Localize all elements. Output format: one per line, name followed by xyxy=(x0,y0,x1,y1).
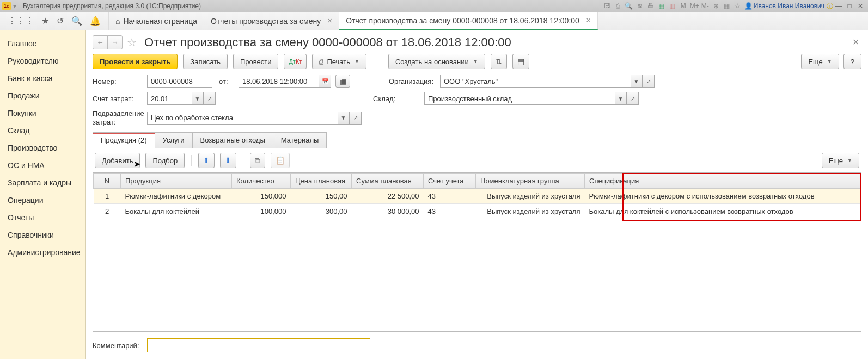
bell-icon[interactable]: 🔔 xyxy=(90,16,101,26)
close-button[interactable]: ✕ xyxy=(855,2,866,10)
sidebar-item-warehouse[interactable]: Склад xyxy=(0,122,85,139)
wh-field[interactable]: Производственный склад xyxy=(424,92,615,105)
tab-reports-list[interactable]: Отчеты производства за смену✕ xyxy=(204,12,339,30)
calendar-nav-button[interactable]: ▦ xyxy=(335,75,350,88)
dept-field[interactable]: Цех по обработке стекла xyxy=(147,112,338,125)
sidebar-item-operations[interactable]: Операции xyxy=(0,191,85,209)
favorite-star-icon[interactable]: ☆ xyxy=(127,36,137,49)
open-button[interactable]: ↗ xyxy=(350,112,362,125)
col-spec[interactable]: Спецификация xyxy=(585,174,861,189)
col-group[interactable]: Номенклатурная группа xyxy=(476,174,585,189)
subtab-services[interactable]: Услуги xyxy=(155,132,193,148)
sidebar-item-admin[interactable]: Администрирование xyxy=(0,244,85,261)
col-qty[interactable]: Количество xyxy=(232,174,291,189)
table-more-button[interactable]: Еще▼ xyxy=(822,153,859,168)
subtab-materials[interactable]: Материалы xyxy=(273,132,327,148)
dropdown-button[interactable]: ▼ xyxy=(631,75,643,88)
calendar-icon[interactable]: ▦ xyxy=(657,2,666,10)
info-icon[interactable]: ⓘ xyxy=(827,2,833,11)
subtab-products[interactable]: Продукция (2) xyxy=(93,132,155,148)
zoom-in-icon[interactable]: ⊕ xyxy=(712,2,720,10)
print-icon[interactable]: ⎙ xyxy=(614,2,622,10)
number-field[interactable]: 0000-000008 xyxy=(147,75,212,88)
open-button[interactable]: ↗ xyxy=(204,92,216,105)
preview-icon[interactable]: 🔍 xyxy=(625,2,633,10)
app-menu-dropdown[interactable]: ▼ xyxy=(12,3,19,9)
more-button[interactable]: Еще▼ xyxy=(801,54,839,69)
calc-icon[interactable]: ▥ xyxy=(668,2,677,10)
table-row[interactable]: 2 Бокалы для коктейлей 100,000 300,00 30… xyxy=(94,204,861,219)
calendar-button[interactable]: 📅 xyxy=(319,75,331,88)
sidebar-item-main[interactable]: Главное xyxy=(0,35,85,52)
sidebar-item-bank[interactable]: Банк и касса xyxy=(0,70,85,87)
dropdown-button[interactable]: ▼ xyxy=(615,92,627,105)
m-icon[interactable]: M xyxy=(679,2,688,10)
date-field[interactable]: 18.06.2018 12:00:00 xyxy=(239,75,319,88)
sidebar-item-manager[interactable]: Руководителю xyxy=(0,52,85,70)
current-user[interactable]: 👤Иванов Иван Иванович xyxy=(744,2,824,10)
close-page-button[interactable]: ✕ xyxy=(850,35,861,49)
subtab-returns[interactable]: Возвратные отходы xyxy=(192,132,273,148)
close-icon[interactable]: ✕ xyxy=(327,17,332,24)
nav-back-button[interactable]: ← xyxy=(93,35,108,49)
add-row-button[interactable]: Добавить ➤ xyxy=(95,153,140,168)
maximize-button[interactable]: □ xyxy=(844,2,855,10)
page-title: Отчет производства за смену 0000-000008 … xyxy=(144,35,511,49)
comment-field[interactable] xyxy=(147,338,370,352)
dtct-icon: ДтКт xyxy=(289,58,302,65)
sidebar-item-production[interactable]: Производство xyxy=(0,139,85,157)
acct-field[interactable]: 20.01 xyxy=(147,92,192,105)
favorites-icon[interactable]: ★ xyxy=(41,16,49,26)
attach-button[interactable]: ▤ xyxy=(512,54,529,69)
search-icon[interactable]: 🔍 xyxy=(71,16,82,26)
tab-current-doc[interactable]: Отчет производства за смену 0000-000008 … xyxy=(339,12,598,30)
paste-button[interactable]: 📋 xyxy=(271,153,290,168)
write-button[interactable]: Записать xyxy=(183,54,228,69)
open-button[interactable]: ↗ xyxy=(643,75,655,88)
help-button[interactable]: ? xyxy=(843,54,861,69)
nav-forward-button[interactable]: → xyxy=(107,35,123,49)
dtct-button[interactable]: ДтКт xyxy=(284,54,307,69)
table-header-row: N Продукция Количество Цена плановая Сум… xyxy=(94,174,861,189)
move-up-button[interactable]: ⬆ xyxy=(198,153,215,168)
top-tabs-bar: ⋮⋮⋮ ★ ↺ 🔍 🔔 ⌂Начальная страница Отчеты п… xyxy=(0,12,868,30)
sidebar-item-sales[interactable]: Продажи xyxy=(0,87,85,104)
open-button[interactable]: ↗ xyxy=(627,92,639,105)
m-minus-icon[interactable]: M- xyxy=(701,2,710,10)
copy-button[interactable]: ⧉ xyxy=(250,153,265,168)
table-row[interactable]: 1 Рюмки-лафитники с декором 150,000 150,… xyxy=(94,189,861,204)
structure-icon: ⇅ xyxy=(496,57,502,66)
pick-button[interactable]: Подбор xyxy=(145,153,185,168)
print-button[interactable]: ⎙Печать▼ xyxy=(312,54,366,69)
dropdown-button[interactable]: ▼ xyxy=(338,112,350,125)
post-button[interactable]: Провести xyxy=(233,54,279,69)
content: ← → ☆ Отчет производства за смену 0000-0… xyxy=(86,30,868,359)
dropdown-button[interactable]: ▼ xyxy=(192,92,204,105)
col-n[interactable]: N xyxy=(94,174,121,189)
save-icon[interactable]: 🖫 xyxy=(603,2,612,10)
close-icon[interactable]: ✕ xyxy=(586,17,591,24)
col-acct[interactable]: Счет учета xyxy=(424,174,476,189)
sidebar-item-reports[interactable]: Отчеты xyxy=(0,209,85,226)
compare-icon[interactable]: ≋ xyxy=(635,2,644,10)
tab-home[interactable]: ⌂Начальная страница xyxy=(109,12,204,30)
history-icon[interactable]: ↺ xyxy=(57,16,64,26)
col-product[interactable]: Продукция xyxy=(121,174,232,189)
org-field[interactable]: ООО "Хрусталь" xyxy=(440,75,631,88)
sidebar-item-payroll[interactable]: Зарплата и кадры xyxy=(0,174,85,191)
m-plus-icon[interactable]: M+ xyxy=(690,2,699,10)
structure-button[interactable]: ⇅ xyxy=(491,54,507,69)
col-price[interactable]: Цена плановая xyxy=(291,174,352,189)
minimize-button[interactable]: — xyxy=(833,2,844,10)
create-based-button[interactable]: Создать на основании▼ xyxy=(388,54,485,69)
star-icon[interactable]: ☆ xyxy=(733,2,742,10)
sidebar-item-catalogs[interactable]: Справочники xyxy=(0,226,85,244)
col-sum[interactable]: Сумма плановая xyxy=(352,174,424,189)
move-down-button[interactable]: ⬇ xyxy=(220,153,236,168)
printer2-icon[interactable]: 🖶 xyxy=(646,2,655,10)
sidebar-item-purchases[interactable]: Покупки xyxy=(0,104,85,122)
apps-icon[interactable]: ⋮⋮⋮ xyxy=(8,16,34,26)
grid-icon[interactable]: ▦ xyxy=(723,2,731,10)
post-and-close-button[interactable]: Провести и закрыть xyxy=(93,54,178,69)
sidebar-item-assets[interactable]: ОС и НМА xyxy=(0,157,85,174)
